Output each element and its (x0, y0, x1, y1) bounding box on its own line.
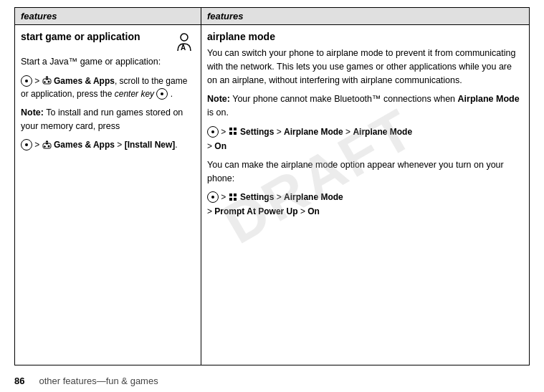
svg-rect-17 (234, 193, 237, 196)
settings-icon-2 (229, 193, 238, 202)
right-menu-path-1c: > On (207, 140, 523, 153)
left-section-title: start game or application (21, 31, 140, 42)
svg-rect-18 (229, 198, 232, 201)
left-column-body: start game or application A Start a Java… (15, 25, 201, 365)
left-column: features start game or application A (15, 8, 201, 365)
svg-rect-12 (229, 128, 232, 130)
right-menu-text-1b: Settings > Airplane Mode > Airplane Mode (240, 127, 412, 137)
right-note-bold: Airplane Mode (458, 94, 520, 104)
right-note-text-2: is on. (207, 107, 229, 118)
page-number: 86 (14, 376, 24, 386)
svg-rect-19 (234, 198, 237, 201)
right-menu-text-2c: > Prompt At Power Up > On (207, 206, 320, 216)
svg-point-0 (181, 34, 188, 41)
right-note-text-1: Your phone cannot make Bluetooth™ connec… (232, 94, 457, 104)
svg-text:A: A (181, 44, 186, 52)
right-body-text-1: You can switch your phone to airplane mo… (207, 47, 523, 87)
svg-rect-14 (229, 132, 232, 135)
center-key-icon (156, 88, 168, 100)
left-note: Note: To install and run games stored on… (21, 106, 195, 133)
left-menu-arrow-1: > (34, 76, 42, 86)
right-menu-arrow-1: > (221, 127, 228, 137)
left-note-text: To install and run games stored on your … (21, 107, 183, 131)
right-menu-path-2: > Settings > Airplane Mode (207, 191, 523, 204)
games-apps-icon-2 (42, 140, 52, 150)
left-column-header: features (15, 8, 201, 25)
left-menu-arrow-2: > (34, 140, 42, 150)
page-container: features start game or application A (0, 0, 544, 392)
left-menu-period-1: . (171, 89, 173, 99)
right-note: Note: Your phone cannot make Bluetooth™ … (207, 92, 523, 120)
svg-rect-16 (229, 193, 232, 196)
right-note-label: Note: (207, 94, 230, 104)
right-menu-path-2c: > Prompt At Power Up > On (207, 205, 523, 218)
games-apps-icon-1 (42, 76, 52, 85)
left-menu-path-2: > Games & Apps > [Install New]. (21, 138, 195, 151)
right-column-body: airplane mode You can switch your phone … (201, 25, 529, 365)
nav-dot-icon-3 (207, 126, 219, 138)
right-menu-text-1c: > On (207, 141, 226, 151)
left-intro-text: Start a Java™ game or application: (21, 55, 195, 69)
svg-rect-15 (234, 132, 237, 135)
page-footer: 86 other features—fun & games (0, 370, 544, 392)
right-menu-arrow-2: > (221, 192, 228, 202)
right-menu-path-1: > Settings > Airplane Mode > Airplane Mo… (207, 125, 523, 138)
settings-icon-1 (229, 127, 238, 136)
right-column: features airplane mode You can switch yo… (201, 8, 529, 365)
svg-rect-13 (234, 128, 237, 130)
svg-point-9 (47, 145, 49, 147)
nav-dot-icon-1 (21, 75, 32, 87)
left-menu-text-2b: Games & Apps > [Install New]. (54, 140, 178, 150)
left-note-label: Note: (21, 107, 44, 118)
right-body-text-2: You can make the airplane mode option ap… (207, 158, 523, 186)
right-section-title: airplane mode (207, 31, 523, 42)
svg-rect-6 (44, 82, 46, 82)
nav-dot-icon-4 (207, 191, 219, 203)
footer-text: other features—fun & games (39, 376, 158, 386)
right-menu-text-2b: Settings > Airplane Mode (240, 192, 343, 202)
left-menu-path-1: > Games & Apps, scroll to the game or ap… (21, 75, 195, 100)
right-column-header: features (201, 8, 529, 25)
person-icon: A (173, 31, 195, 52)
svg-point-4 (47, 81, 49, 83)
svg-rect-11 (44, 146, 46, 147)
nav-dot-icon-2 (21, 139, 32, 150)
content-area: features start game or application A (14, 7, 530, 365)
